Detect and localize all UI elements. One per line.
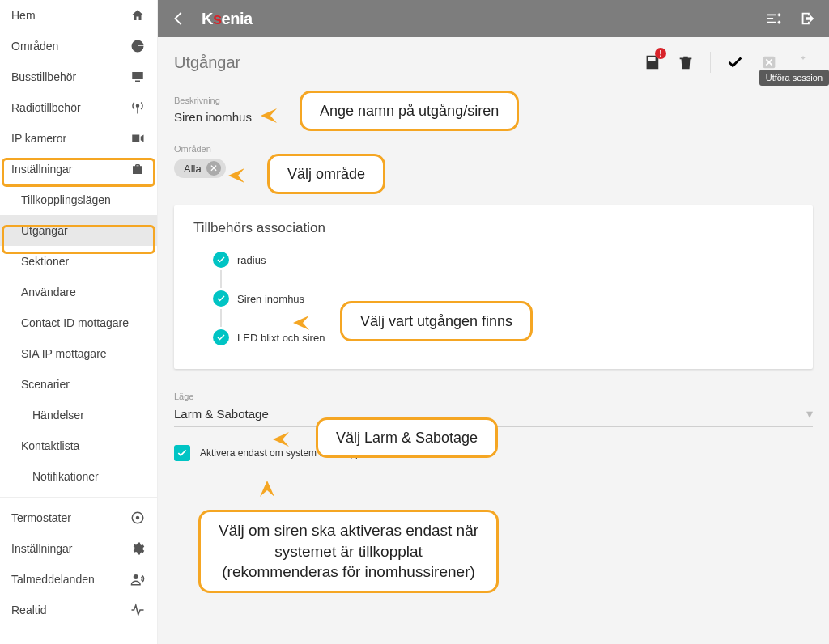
nav-hem[interactable]: Hem <box>0 0 157 31</box>
desc-label: Beskrivning <box>174 95 813 105</box>
tree-connector <box>220 309 222 327</box>
tree-led[interactable]: LED blixt och siren <box>213 327 793 348</box>
monitor-icon <box>130 69 146 85</box>
main-area: Ksenia Utgångar ! Utföra session <box>158 0 829 644</box>
chip-remove-icon[interactable]: ✕ <box>206 161 221 176</box>
thermo-icon <box>130 510 146 526</box>
nav-omraden[interactable]: Områden <box>0 31 157 61</box>
check-icon <box>213 252 229 268</box>
alert-badge: ! <box>655 48 666 59</box>
assoc-tree: radius Siren inomhus LED blixt och siren <box>213 249 793 348</box>
areas-label: Områden <box>174 144 813 154</box>
antenna-icon <box>130 100 146 116</box>
exit-button[interactable] <box>797 7 819 30</box>
checkbox-row: Aktivera endast om system är tillkopplad <box>174 445 813 461</box>
area-chip-alla[interactable]: Alla ✕ <box>174 159 226 178</box>
topbar: Ksenia <box>158 0 829 37</box>
activate-checkbox[interactable] <box>174 445 190 461</box>
home-icon <box>130 7 146 23</box>
assoc-title: Tillbehörs association <box>193 220 793 236</box>
tree-siren[interactable]: Siren inomhus <box>213 288 793 309</box>
nav-utgangar[interactable]: Utgångar <box>0 215 157 246</box>
tune-button[interactable] <box>763 7 785 30</box>
camera-icon <box>130 130 146 146</box>
nav-radiotillbehor[interactable]: Radiotillbehör <box>0 92 157 123</box>
callout-checkbox: Välj om siren ska aktiveras endast när s… <box>198 510 499 593</box>
gear-icon <box>130 540 146 557</box>
chevron-down-icon: ▾ <box>806 406 813 422</box>
svg-point-1 <box>136 516 140 520</box>
pie-icon <box>130 38 146 54</box>
activate-label: Aktivera endast om system är tillkopplad <box>200 447 374 459</box>
mode-value: Larm & Sabotage <box>174 407 806 421</box>
nav-busstillbehor[interactable]: Busstillbehör <box>0 61 157 92</box>
action-divider <box>710 52 711 73</box>
nav-installningar[interactable]: Inställningar <box>0 154 157 184</box>
nav-scenarier[interactable]: Scenarier <box>0 369 157 400</box>
nav-ipkameror[interactable]: IP kameror <box>0 123 157 154</box>
mode-select[interactable]: Larm & Sabotage ▾ <box>174 403 813 427</box>
field-beskrivning: Beskrivning <box>174 95 813 129</box>
nav-siaip[interactable]: SIA IP mottagare <box>0 338 157 369</box>
nav-handelser[interactable]: Händelser <box>0 400 157 430</box>
confirm-button[interactable] <box>725 53 745 72</box>
nav-notifikationer[interactable]: Notifikationer <box>0 461 157 492</box>
check-icon <box>213 329 229 345</box>
area-chip-label: Alla <box>184 163 202 175</box>
nav-contactid[interactable]: Contact ID mottagare <box>0 307 157 338</box>
save-button[interactable]: ! <box>642 53 661 72</box>
assoc-card: Tillbehörs association radius Siren inom… <box>174 205 813 369</box>
nav-tillkopplingslagen[interactable]: Tillkopplingslägen <box>0 184 157 215</box>
field-lage: Läge Larm & Sabotage ▾ <box>174 392 813 427</box>
back-button[interactable] <box>168 7 190 30</box>
tree-connector <box>220 270 222 288</box>
desc-input[interactable] <box>174 107 813 129</box>
check-icon <box>213 290 229 307</box>
nav-anvandare[interactable]: Användare <box>0 277 157 307</box>
nav-sektioner[interactable]: Sektioner <box>0 246 157 277</box>
nav-kontaktlista[interactable]: Kontaktlista <box>0 430 157 461</box>
delete-button[interactable] <box>676 53 695 72</box>
page-header: Utgångar ! Utföra session <box>158 37 829 81</box>
field-omraden: Områden Alla ✕ <box>174 144 813 178</box>
tree-radius[interactable]: radius <box>213 249 793 270</box>
svg-point-2 <box>134 574 138 579</box>
logo: Ksenia <box>202 7 253 30</box>
page-title: Utgångar <box>174 53 240 72</box>
mode-label: Läge <box>174 392 813 401</box>
pulse-icon <box>130 602 146 618</box>
nav-termostater[interactable]: Termostater <box>0 502 157 533</box>
nav-talmeddelanden[interactable]: Talmeddelanden <box>0 564 157 595</box>
tooltip-utfora-session: Utföra session <box>759 70 829 86</box>
content: Beskrivning Områden Alla ✕ Tillbehörs as… <box>158 81 829 494</box>
action-row: ! Utföra session <box>642 52 813 73</box>
briefcase-icon <box>130 161 146 177</box>
voice-icon <box>130 571 146 587</box>
nav-realtid[interactable]: Realtid <box>0 595 157 625</box>
sidebar: Hem Områden Busstillbehör Radiotillbehör… <box>0 0 158 644</box>
nav-installningar2[interactable]: Inställningar <box>0 533 157 564</box>
